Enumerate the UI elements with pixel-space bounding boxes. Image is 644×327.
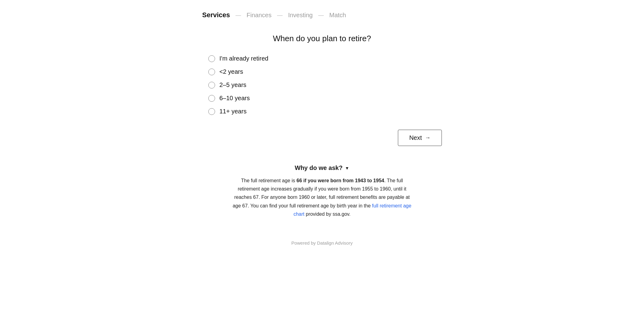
option-2-5-years-label: 2–5 years	[219, 81, 246, 89]
radio-already-retired[interactable]	[208, 55, 215, 62]
nav-step-investing[interactable]: Investing	[288, 12, 313, 19]
nav-sep-3: —	[318, 12, 324, 18]
footer-label: Powered by Datalign Advisory	[291, 240, 352, 246]
option-6-10-years[interactable]: 6–10 years	[208, 95, 442, 102]
arrow-icon: →	[425, 135, 430, 141]
option-less-2-years-label: <2 years	[219, 68, 243, 75]
nav-step-services[interactable]: Services	[202, 11, 230, 19]
option-2-5-years[interactable]: 2–5 years	[208, 81, 442, 89]
next-button[interactable]: Next →	[398, 130, 442, 146]
option-6-10-years-label: 6–10 years	[219, 95, 250, 102]
footer: Powered by Datalign Advisory	[291, 233, 352, 255]
nav-sep-2: —	[277, 12, 283, 18]
option-already-retired-label: I'm already retired	[219, 55, 268, 62]
question-title: When do you plan to retire?	[202, 34, 442, 43]
why-text-before-bold: The full retirement age is	[241, 178, 296, 183]
option-less-2-years[interactable]: <2 years	[208, 68, 442, 75]
why-text-after-link: provided by ssa.gov.	[304, 211, 351, 217]
next-button-container: Next →	[202, 130, 442, 146]
progress-nav: Services — Finances — Investing — Match	[202, 0, 442, 34]
why-title[interactable]: Why do we ask? ▼	[230, 164, 414, 171]
why-triangle-icon: ▼	[345, 166, 349, 171]
next-button-label: Next	[409, 134, 422, 141]
nav-step-match[interactable]: Match	[329, 12, 346, 19]
option-already-retired[interactable]: I'm already retired	[208, 55, 442, 62]
radio-11-plus-years[interactable]	[208, 108, 215, 115]
why-title-text: Why do we ask?	[295, 164, 343, 171]
why-text: The full retirement age is 66 if you wer…	[230, 176, 414, 218]
option-11-plus-years-label: 11+ years	[219, 108, 246, 115]
why-text-bold: 66 if you were born from 1943 to 1954	[296, 178, 384, 183]
options-list: I'm already retired <2 years 2–5 years 6…	[202, 55, 442, 115]
radio-6-10-years[interactable]	[208, 95, 215, 102]
why-section: Why do we ask? ▼ The full retirement age…	[230, 164, 414, 218]
radio-2-5-years[interactable]	[208, 82, 215, 89]
nav-step-finances[interactable]: Finances	[247, 12, 272, 19]
radio-less-2-years[interactable]	[208, 69, 215, 75]
nav-sep-1: —	[236, 12, 241, 18]
option-11-plus-years[interactable]: 11+ years	[208, 108, 442, 115]
